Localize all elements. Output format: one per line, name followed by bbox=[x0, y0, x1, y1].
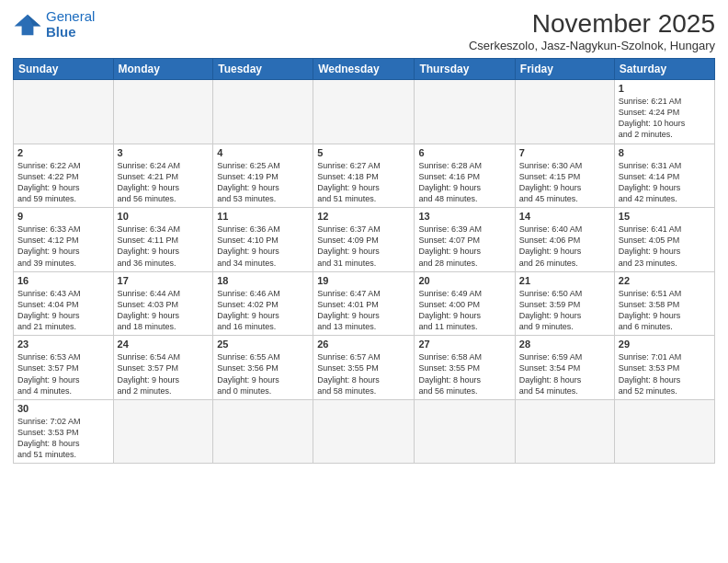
day-info: Sunrise: 6:58 AM Sunset: 3:55 PM Dayligh… bbox=[418, 351, 510, 396]
day-info: Sunrise: 7:02 AM Sunset: 3:53 PM Dayligh… bbox=[17, 416, 109, 461]
day-number: 29 bbox=[619, 339, 711, 350]
day-cell: 18Sunrise: 6:46 AM Sunset: 4:02 PM Dayli… bbox=[213, 271, 313, 336]
week-row-1: 2Sunrise: 6:22 AM Sunset: 4:22 PM Daylig… bbox=[14, 144, 715, 208]
day-cell: 1Sunrise: 6:21 AM Sunset: 4:24 PM Daylig… bbox=[614, 80, 714, 144]
day-number: 9 bbox=[17, 211, 109, 222]
logo-icon bbox=[13, 13, 42, 37]
day-info: Sunrise: 6:59 AM Sunset: 3:54 PM Dayligh… bbox=[519, 351, 610, 396]
day-cell bbox=[14, 80, 114, 144]
day-cell: 6Sunrise: 6:28 AM Sunset: 4:16 PM Daylig… bbox=[415, 144, 515, 208]
col-header-friday: Friday bbox=[515, 59, 614, 80]
subtitle: Cserkeszolo, Jasz-Nagykun-Szolnok, Hunga… bbox=[469, 39, 715, 52]
day-cell bbox=[415, 399, 515, 464]
day-number: 10 bbox=[118, 211, 210, 222]
day-cell bbox=[515, 80, 614, 144]
week-row-2: 9Sunrise: 6:33 AM Sunset: 4:12 PM Daylig… bbox=[14, 208, 715, 272]
day-cell: 8Sunrise: 6:31 AM Sunset: 4:14 PM Daylig… bbox=[614, 144, 714, 208]
day-cell bbox=[515, 399, 614, 464]
day-cell: 19Sunrise: 6:47 AM Sunset: 4:01 PM Dayli… bbox=[313, 271, 415, 336]
day-number: 24 bbox=[118, 339, 210, 350]
day-info: Sunrise: 6:31 AM Sunset: 4:14 PM Dayligh… bbox=[619, 160, 711, 205]
day-cell: 20Sunrise: 6:49 AM Sunset: 4:00 PM Dayli… bbox=[415, 271, 515, 336]
day-cell: 16Sunrise: 6:43 AM Sunset: 4:04 PM Dayli… bbox=[14, 271, 114, 336]
logo-blue: Blue bbox=[46, 24, 76, 40]
page: General Blue November 2025 Cserkeszolo, … bbox=[0, 0, 728, 563]
day-cell bbox=[614, 399, 714, 464]
day-cell bbox=[415, 80, 515, 144]
day-info: Sunrise: 6:30 AM Sunset: 4:15 PM Dayligh… bbox=[519, 160, 610, 205]
day-cell: 24Sunrise: 6:54 AM Sunset: 3:57 PM Dayli… bbox=[113, 336, 213, 400]
col-header-thursday: Thursday bbox=[415, 59, 515, 80]
day-cell: 25Sunrise: 6:55 AM Sunset: 3:56 PM Dayli… bbox=[213, 336, 313, 400]
day-cell: 4Sunrise: 6:25 AM Sunset: 4:19 PM Daylig… bbox=[213, 144, 313, 208]
day-info: Sunrise: 6:36 AM Sunset: 4:10 PM Dayligh… bbox=[217, 224, 309, 269]
day-cell bbox=[213, 80, 313, 144]
day-info: Sunrise: 6:54 AM Sunset: 3:57 PM Dayligh… bbox=[118, 351, 210, 396]
day-info: Sunrise: 6:21 AM Sunset: 4:24 PM Dayligh… bbox=[619, 96, 711, 141]
day-info: Sunrise: 6:53 AM Sunset: 3:57 PM Dayligh… bbox=[17, 351, 109, 396]
day-number: 5 bbox=[317, 147, 410, 158]
day-number: 2 bbox=[17, 147, 109, 158]
logo: General Blue bbox=[13, 9, 95, 40]
day-cell: 28Sunrise: 6:59 AM Sunset: 3:54 PM Dayli… bbox=[515, 336, 614, 400]
day-info: Sunrise: 6:39 AM Sunset: 4:07 PM Dayligh… bbox=[418, 224, 510, 269]
col-header-sunday: Sunday bbox=[14, 59, 114, 80]
day-number: 17 bbox=[118, 275, 210, 286]
day-info: Sunrise: 6:43 AM Sunset: 4:04 PM Dayligh… bbox=[17, 288, 109, 333]
logo-general: General bbox=[46, 8, 95, 24]
day-info: Sunrise: 6:57 AM Sunset: 3:55 PM Dayligh… bbox=[317, 351, 410, 396]
day-info: Sunrise: 6:44 AM Sunset: 4:03 PM Dayligh… bbox=[118, 288, 210, 333]
day-number: 11 bbox=[217, 211, 309, 222]
day-number: 23 bbox=[17, 339, 109, 350]
day-cell bbox=[113, 80, 213, 144]
day-number: 18 bbox=[217, 275, 309, 286]
day-number: 19 bbox=[317, 275, 410, 286]
col-header-monday: Monday bbox=[113, 59, 213, 80]
day-info: Sunrise: 6:47 AM Sunset: 4:01 PM Dayligh… bbox=[317, 288, 410, 333]
day-info: Sunrise: 6:51 AM Sunset: 3:58 PM Dayligh… bbox=[619, 288, 711, 333]
day-info: Sunrise: 6:34 AM Sunset: 4:11 PM Dayligh… bbox=[118, 224, 210, 269]
day-cell: 26Sunrise: 6:57 AM Sunset: 3:55 PM Dayli… bbox=[313, 336, 415, 400]
col-header-wednesday: Wednesday bbox=[313, 59, 415, 80]
day-number: 28 bbox=[519, 339, 610, 350]
day-info: Sunrise: 6:55 AM Sunset: 3:56 PM Dayligh… bbox=[217, 351, 309, 396]
day-number: 3 bbox=[118, 147, 210, 158]
day-cell: 5Sunrise: 6:27 AM Sunset: 4:18 PM Daylig… bbox=[313, 144, 415, 208]
col-header-saturday: Saturday bbox=[614, 59, 714, 80]
title-block: November 2025 Cserkeszolo, Jasz-Nagykun-… bbox=[469, 9, 715, 52]
day-cell bbox=[313, 399, 415, 464]
day-cell bbox=[213, 399, 313, 464]
day-cell: 14Sunrise: 6:40 AM Sunset: 4:06 PM Dayli… bbox=[515, 208, 614, 272]
day-cell: 30Sunrise: 7:02 AM Sunset: 3:53 PM Dayli… bbox=[14, 399, 114, 464]
calendar: SundayMondayTuesdayWednesdayThursdayFrid… bbox=[13, 58, 715, 464]
day-cell: 3Sunrise: 6:24 AM Sunset: 4:21 PM Daylig… bbox=[113, 144, 213, 208]
week-row-0: 1Sunrise: 6:21 AM Sunset: 4:24 PM Daylig… bbox=[14, 80, 715, 144]
day-number: 26 bbox=[317, 339, 410, 350]
day-number: 14 bbox=[519, 211, 610, 222]
day-cell: 2Sunrise: 6:22 AM Sunset: 4:22 PM Daylig… bbox=[14, 144, 114, 208]
day-cell: 23Sunrise: 6:53 AM Sunset: 3:57 PM Dayli… bbox=[14, 336, 114, 400]
day-cell: 13Sunrise: 6:39 AM Sunset: 4:07 PM Dayli… bbox=[415, 208, 515, 272]
day-info: Sunrise: 6:46 AM Sunset: 4:02 PM Dayligh… bbox=[217, 288, 309, 333]
week-row-4: 23Sunrise: 6:53 AM Sunset: 3:57 PM Dayli… bbox=[14, 336, 715, 400]
main-title: November 2025 bbox=[469, 9, 715, 39]
day-info: Sunrise: 7:01 AM Sunset: 3:53 PM Dayligh… bbox=[619, 351, 711, 396]
col-header-tuesday: Tuesday bbox=[213, 59, 313, 80]
day-cell: 15Sunrise: 6:41 AM Sunset: 4:05 PM Dayli… bbox=[614, 208, 714, 272]
day-number: 16 bbox=[17, 275, 109, 286]
day-info: Sunrise: 6:41 AM Sunset: 4:05 PM Dayligh… bbox=[619, 224, 711, 269]
day-number: 8 bbox=[619, 147, 711, 158]
day-number: 6 bbox=[418, 147, 510, 158]
day-info: Sunrise: 6:33 AM Sunset: 4:12 PM Dayligh… bbox=[17, 224, 109, 269]
day-cell bbox=[313, 80, 415, 144]
day-cell: 29Sunrise: 7:01 AM Sunset: 3:53 PM Dayli… bbox=[614, 336, 714, 400]
day-number: 22 bbox=[619, 275, 711, 286]
day-number: 15 bbox=[619, 211, 711, 222]
day-cell: 12Sunrise: 6:37 AM Sunset: 4:09 PM Dayli… bbox=[313, 208, 415, 272]
day-cell bbox=[113, 399, 213, 464]
day-info: Sunrise: 6:27 AM Sunset: 4:18 PM Dayligh… bbox=[317, 160, 410, 205]
day-cell: 27Sunrise: 6:58 AM Sunset: 3:55 PM Dayli… bbox=[415, 336, 515, 400]
day-cell: 17Sunrise: 6:44 AM Sunset: 4:03 PM Dayli… bbox=[113, 271, 213, 336]
week-row-5: 30Sunrise: 7:02 AM Sunset: 3:53 PM Dayli… bbox=[14, 399, 715, 464]
day-number: 25 bbox=[217, 339, 309, 350]
